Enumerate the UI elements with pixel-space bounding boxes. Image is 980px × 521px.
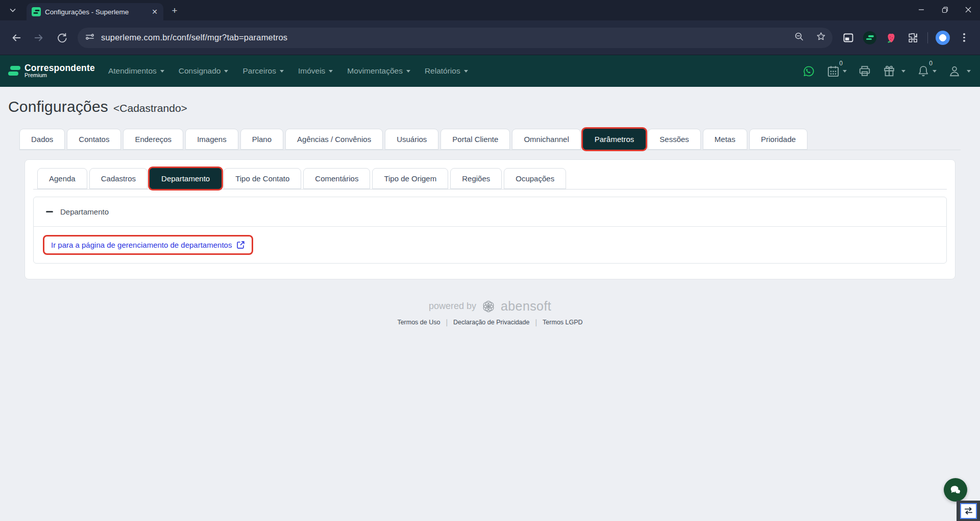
app-navbar: Correspondente Premium AtendimentosConsi… — [0, 55, 980, 87]
refresh-icon[interactable] — [52, 29, 70, 47]
subtab-tipo-de-contato[interactable]: Tipo de Contato — [224, 168, 301, 189]
tab-sessoes[interactable]: Sessões — [648, 129, 701, 150]
calendar-caret-icon — [843, 70, 847, 73]
browser-tab[interactable]: Configurações - Superleme ✕ — [27, 3, 163, 20]
tab-usuarios[interactable]: Usuários — [385, 129, 438, 150]
window-minimize-button[interactable] — [910, 0, 933, 19]
minus-collapse-icon — [46, 211, 53, 212]
footer-link-declaracao-de-privacidade[interactable]: Declaração de Privacidade — [453, 319, 529, 326]
department-management-link-label: Ir para a página de gerenciamento de dep… — [51, 241, 232, 249]
tab-metas[interactable]: Metas — [703, 129, 747, 150]
favicon-superleme — [32, 7, 41, 16]
profile-avatar[interactable] — [934, 29, 951, 46]
subtab-departamento[interactable]: Departamento — [150, 168, 222, 189]
gift-icon[interactable] — [883, 64, 905, 78]
subtab-regioes[interactable]: Regiões — [450, 168, 502, 189]
superleme-extension-icon[interactable] — [861, 29, 878, 46]
tab-imagens[interactable]: Imagens — [185, 129, 238, 150]
browser-window: Configurações - Superleme ✕ + — [0, 0, 980, 521]
footer-link-termos-de-uso[interactable]: Termos de Uso — [397, 319, 440, 326]
nav-item-movimentacoes[interactable]: Movimentações — [347, 66, 410, 76]
department-management-link[interactable]: Ir para a página de gerenciamento de dep… — [51, 241, 245, 249]
tab-agencias-convenios[interactable]: Agências / Convênios — [285, 129, 383, 150]
printer-icon[interactable] — [858, 64, 871, 78]
tab-portal-cliente[interactable]: Portal Cliente — [440, 129, 510, 150]
calendar-icon[interactable]: 0 — [826, 64, 847, 78]
tab-close-icon[interactable]: ✕ — [150, 7, 159, 16]
tab-prioridade[interactable]: Prioridade — [749, 129, 807, 150]
address-bar[interactable]: superleme.com.br/conf/self/mgr?tab=param… — [78, 28, 832, 48]
tab-search-chevron-icon[interactable] — [5, 3, 20, 18]
user-icon[interactable] — [948, 64, 971, 78]
corner-extension-widget[interactable] — [957, 501, 980, 521]
superleme-logo-icon — [9, 66, 19, 76]
page-content: Configurações <Cadastrando> DadosContato… — [0, 87, 980, 521]
footer-link-termos-lgpd[interactable]: Termos LGPD — [543, 319, 583, 326]
chat-fab-button[interactable] — [944, 478, 967, 502]
bell-caret-icon — [933, 70, 937, 73]
browser-toolbar: superleme.com.br/conf/self/mgr?tab=param… — [0, 20, 980, 55]
nav-item-consignado[interactable]: Consignado — [179, 66, 229, 76]
subtab-comentarios[interactable]: Comentários — [303, 168, 370, 189]
forward-icon[interactable] — [30, 29, 48, 47]
strawberry-extension-icon[interactable] — [883, 29, 900, 46]
nav-item-parceiros[interactable]: Parceiros — [242, 66, 283, 76]
subtab-ocupacoes[interactable]: Ocupações — [504, 168, 566, 189]
nav-item-atendimentos[interactable]: Atendimentos — [108, 66, 164, 76]
side-panel-icon[interactable] — [840, 29, 857, 46]
click-highlight-ring: Ir para a página de gerenciamento de dep… — [43, 235, 253, 255]
legal-links: Termos de Uso|Declaração de Privacidade|… — [0, 318, 980, 326]
window-close-button[interactable] — [957, 0, 980, 19]
panel-header-label: Departamento — [60, 207, 109, 216]
brand-logo[interactable]: Correspondente Premium — [9, 63, 95, 79]
toolbar-separator — [927, 32, 928, 43]
back-icon[interactable] — [7, 29, 26, 47]
tab-contatos[interactable]: Contatos — [67, 129, 121, 150]
chevron-down-icon — [464, 70, 468, 73]
page-subtitle: <Cadastrando> — [113, 102, 187, 114]
chevron-down-icon — [160, 70, 164, 73]
whatsapp-icon[interactable] — [802, 65, 815, 78]
extensions-puzzle-icon[interactable] — [904, 29, 921, 46]
bookmark-star-icon[interactable] — [816, 31, 826, 44]
calendar-badge: 0 — [839, 60, 843, 67]
secondary-tabs: AgendaCadastrosDepartamentoTipo de Conta… — [37, 168, 943, 189]
browser-tab-strip: Configurações - Superleme ✕ + — [0, 0, 980, 20]
bell-icon[interactable]: 0 — [917, 64, 937, 78]
nav-item-label: Imóveis — [298, 66, 325, 76]
panel-body: Ir para a página de gerenciamento de dep… — [34, 226, 946, 263]
page-title: Configurações — [8, 98, 108, 115]
menu-kebab-icon[interactable] — [955, 29, 973, 46]
chevron-down-icon — [224, 70, 228, 73]
tab-enderecos[interactable]: Endereços — [123, 129, 183, 150]
nav-item-label: Consignado — [179, 66, 221, 76]
tune-icon[interactable] — [85, 32, 95, 44]
nav-menu: AtendimentosConsignadoParceirosImóveisMo… — [108, 66, 468, 76]
subtab-agenda[interactable]: Agenda — [37, 168, 87, 189]
primary-tabs: DadosContatosEndereçosImagensPlanoAgênci… — [19, 129, 961, 150]
subtab-tipo-de-origem[interactable]: Tipo de Origem — [372, 168, 448, 189]
external-link-icon — [236, 241, 245, 249]
tab-dados[interactable]: Dados — [19, 129, 65, 150]
zoom-out-icon[interactable] — [794, 31, 804, 44]
nav-item-label: Parceiros — [242, 66, 276, 76]
gift-caret-icon — [901, 70, 905, 73]
chevron-down-icon — [406, 70, 410, 73]
tab-omnichannel[interactable]: Omnichannel — [512, 129, 580, 150]
footer: powered by abensoft Termos de Uso|Declar… — [0, 299, 980, 326]
subtab-cadastros[interactable]: Cadastros — [89, 168, 148, 189]
brand-name: Correspondente — [24, 63, 95, 73]
brand-subtitle: Premium — [24, 73, 95, 79]
tab-parametros[interactable]: Parâmetros — [583, 129, 646, 150]
panel-header-departamento[interactable]: Departamento — [34, 197, 946, 226]
tab-plano[interactable]: Plano — [240, 129, 283, 150]
nav-item-label: Relatórios — [425, 66, 460, 76]
nav-item-imoveis[interactable]: Imóveis — [298, 66, 333, 76]
bell-badge: 0 — [929, 60, 933, 67]
url-text[interactable]: superleme.com.br/conf/self/mgr?tab=param… — [101, 33, 788, 42]
window-restore-button[interactable] — [933, 0, 957, 19]
legal-separator: | — [446, 318, 448, 326]
swap-arrows-icon — [963, 506, 974, 516]
new-tab-button[interactable]: + — [167, 4, 182, 18]
nav-item-relatorios[interactable]: Relatórios — [425, 66, 468, 76]
